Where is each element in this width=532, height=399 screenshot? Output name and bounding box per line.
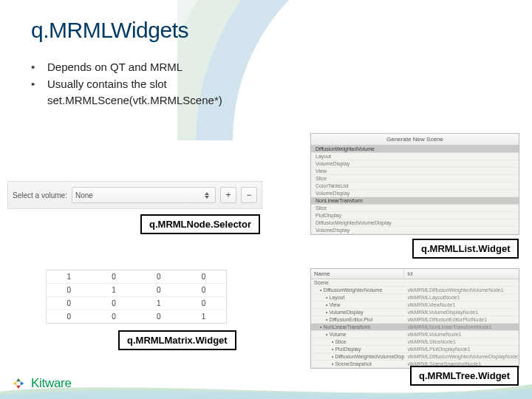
callout-matrix-widget: q.MRMLMatrix.Widget: [118, 330, 236, 350]
tree-row[interactable]: • VolumevtkMRMLVolumeNode1: [311, 331, 519, 338]
add-node-button[interactable]: +: [220, 187, 236, 203]
tree-row[interactable]: • DiffusionWeightedVolumevtkMRMLDiffusio…: [311, 287, 519, 294]
matrix-row: 1000: [47, 270, 226, 284]
matrix-cell[interactable]: 1: [137, 297, 182, 310]
tree-row-id: vtkMRMLNonLinearTransformNode1: [404, 324, 519, 330]
tree-row-name: • PlotDisplay: [311, 346, 404, 352]
tree-row-id: vtkMRMLVolumeNode1: [404, 331, 519, 338]
matrix-cell[interactable]: 0: [92, 297, 137, 310]
slide-title: q.MRMLWidgets: [31, 18, 501, 43]
tree-col-name: Name: [311, 269, 404, 279]
list-item[interactable]: Slice: [311, 175, 519, 183]
bullet-1: Depends on QT and MRML: [47, 59, 183, 76]
list-item[interactable]: DiffusionWeightedVolume: [311, 146, 519, 153]
callout-tree-widget: q.MRMLTree.Widget: [410, 366, 519, 386]
matrix-cell[interactable]: 0: [92, 270, 137, 283]
tree-row[interactable]: Scene: [311, 279, 519, 287]
tree-col-id: Id: [404, 269, 519, 279]
list-item[interactable]: ColorTableList: [311, 183, 519, 190]
tree-widget[interactable]: Name Id Scene• DiffusionWeightedVolumevt…: [310, 268, 519, 369]
node-selector-widget: Select a volume: None + −: [7, 181, 262, 209]
tree-row[interactable]: • SlicevtkMRMLSliceNode1: [311, 338, 519, 346]
matrix-cell[interactable]: 0: [181, 297, 226, 310]
tree-header: Name Id: [311, 269, 519, 279]
list-item[interactable]: View: [311, 168, 519, 175]
list-item[interactable]: Slice: [311, 205, 519, 212]
tree-row-name: • NonLinearTransform: [311, 324, 404, 330]
tree-row-id: vtkMRMLVolumeDisplayNode1: [404, 309, 519, 316]
list-item[interactable]: DiffusionWeightedVolumeDisplay: [311, 219, 519, 227]
kitware-logo: Kitware: [10, 375, 72, 392]
bullet-2: Usually contains the slot: [47, 76, 167, 93]
matrix-cell[interactable]: 0: [137, 270, 182, 283]
tree-row[interactable]: • DiffusionEditor.PlotvtkMRMLDiffusionEd…: [311, 316, 519, 324]
tree-row-name: • View: [311, 301, 404, 308]
matrix-cell[interactable]: 0: [47, 310, 92, 323]
tree-row-name: • Volume: [311, 331, 404, 338]
matrix-row: 0100: [47, 284, 226, 297]
node-selector-label: Select a volume:: [13, 191, 67, 200]
tree-row[interactable]: • LayoutvtkMRMLLayoutNode1: [311, 294, 519, 301]
list-item[interactable]: VolumeDisplay: [311, 160, 519, 168]
list-item[interactable]: NonLinearTransform: [311, 197, 519, 205]
tree-row-name: • DiffusionWeightedVolumeDisplay: [311, 353, 404, 360]
tree-row-id: vtkMRMLDiffusionEditorPlotNode1: [404, 316, 519, 323]
node-selector-combo[interactable]: None: [72, 187, 216, 203]
tree-row-name: • Slice: [311, 338, 404, 345]
bullet-dot-icon: •: [31, 59, 40, 76]
matrix-cell[interactable]: 0: [47, 297, 92, 310]
tree-row-name: • Layout: [311, 294, 404, 301]
bullet-dot-icon: •: [31, 76, 40, 93]
list-widget-header: Generate New Scene: [311, 134, 519, 146]
matrix-cell[interactable]: 0: [47, 284, 92, 296]
tree-row[interactable]: • DiffusionWeightedVolumeDisplayvtkMRMLD…: [311, 353, 519, 361]
tree-row-id: vtkMRMLViewNode1: [404, 301, 519, 308]
tree-row-id: vtkMRMLPlotDisplayNode1: [404, 346, 519, 352]
node-selector-value: None: [75, 191, 93, 200]
tree-row[interactable]: • ViewvtkMRMLViewNode1: [311, 301, 519, 309]
tree-row[interactable]: • NonLinearTransformvtkMRMLNonLinearTran…: [311, 324, 519, 331]
matrix-row: 0010: [47, 297, 226, 310]
remove-node-button[interactable]: −: [241, 187, 257, 203]
kitware-logo-text: Kitware: [31, 376, 72, 391]
list-item[interactable]: VolumeDisplay: [311, 190, 519, 197]
tree-row-id: vtkMRMLSliceNode1: [404, 338, 519, 345]
tree-row-name: • DiffusionWeightedVolume: [311, 287, 404, 293]
matrix-cell[interactable]: 0: [137, 284, 182, 296]
spinner-icon[interactable]: [205, 192, 212, 199]
matrix-cell[interactable]: 0: [92, 310, 137, 323]
matrix-cell[interactable]: 0: [181, 270, 226, 283]
list-item[interactable]: VolumeDisplay: [311, 227, 519, 234]
matrix-widget[interactable]: 1000010000100001: [46, 270, 227, 324]
matrix-cell[interactable]: 1: [47, 270, 92, 283]
callout-node-selector: q.MRMLNode.Selector: [140, 214, 260, 234]
matrix-cell[interactable]: 1: [92, 284, 137, 296]
callout-list-widget: q.MRMLList.Widget: [412, 239, 519, 259]
tree-row-name: • DiffusionEditor.Plot: [311, 316, 404, 323]
list-widget-body: DiffusionWeightedVolumeLayoutVolumeDispl…: [311, 146, 519, 234]
tree-row-name: Scene: [311, 279, 404, 286]
tree-row[interactable]: • VolumeDisplayvtkMRMLVolumeDisplayNode1: [311, 309, 519, 316]
list-item[interactable]: Layout: [311, 153, 519, 160]
tree-row-name: • VolumeDisplay: [311, 309, 404, 316]
tree-row-name: • SceneSnapshot: [311, 361, 404, 367]
matrix-cell[interactable]: 0: [137, 310, 182, 323]
matrix-cell[interactable]: 0: [181, 284, 226, 296]
list-widget[interactable]: Generate New Scene DiffusionWeightedVolu…: [310, 133, 519, 235]
bullet-list: • Depends on QT and MRML • Usually conta…: [31, 59, 501, 109]
matrix-row: 0001: [47, 310, 226, 323]
tree-row-id: vtkMRMLDiffusionWeightedVolumeNode1: [404, 287, 519, 293]
bullet-2-continuation: set.MRMLScene(vtk.MRMLScene*): [47, 92, 501, 109]
tree-row-id: [404, 279, 519, 286]
tree-row-id: vtkMRMLLayoutNode1: [404, 294, 519, 301]
list-item[interactable]: PlotDisplay: [311, 212, 519, 219]
tree-row-id: vtkMRMLDiffusionWeightedVolumeDisplayNod…: [404, 353, 519, 360]
kitware-logo-icon: [10, 375, 27, 392]
tree-row[interactable]: • PlotDisplayvtkMRMLPlotDisplayNode1: [311, 346, 519, 353]
matrix-cell[interactable]: 1: [181, 310, 226, 323]
